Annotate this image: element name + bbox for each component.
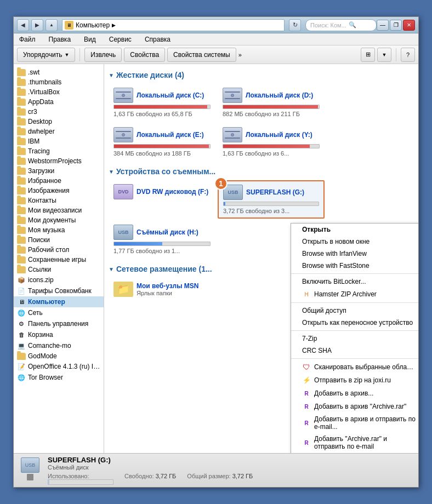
drive-e-progress-bg	[113, 144, 211, 148]
toolbar-separator-2	[396, 48, 396, 61]
drive-d[interactable]: Локальный диск (D:) 882 МБ свободно из 2…	[218, 84, 325, 121]
ctx-bitlocker[interactable]: Включить BitLocker...	[291, 276, 418, 288]
sidebar-item-dwhelper[interactable]: dwhelper	[14, 127, 104, 136]
drive-d-top: Локальный диск (D:)	[223, 88, 320, 103]
organize-arrow: ▼	[64, 52, 69, 58]
organize-button[interactable]: Упорядочить ▼	[17, 48, 75, 62]
properties-button[interactable]: Свойства	[124, 48, 165, 62]
sidebar-item-downloads[interactable]: Загрузки	[14, 166, 104, 176]
ctx-open-new-window[interactable]: Открыть в новом окне	[291, 236, 418, 248]
menu-view[interactable]: Вид	[82, 35, 98, 44]
sidebar-item-music[interactable]: Моя музыка	[14, 225, 104, 235]
sidebar-item-tracing[interactable]: Tracing	[14, 146, 104, 156]
menu-service[interactable]: Сервис	[107, 35, 134, 44]
sidebar-item-godmode[interactable]: GodMode	[14, 351, 104, 361]
drive-h[interactable]: USB Съёмный диск (H:) 1,77 ГБ свободно и…	[109, 221, 215, 258]
ctx-open[interactable]: Открыть	[291, 224, 418, 236]
sidebar-item-favorites[interactable]: Избранное	[14, 176, 104, 186]
window-controls: — ❐ ✕	[377, 20, 415, 31]
minimize-button[interactable]: —	[377, 20, 389, 31]
menu-file[interactable]: Файл	[17, 35, 38, 44]
folder-icon	[17, 158, 26, 165]
toolbar: Упорядочить ▼ Извлечь Свойства Свойства …	[14, 45, 418, 64]
sidebar-item-cr3[interactable]: cr3	[14, 107, 104, 117]
openoffice-icon: 📝	[17, 362, 26, 371]
close-button[interactable]: ✕	[403, 20, 415, 31]
drive-e[interactable]: Локальный диск (E:) 384 МБ свободно из 1…	[109, 123, 215, 161]
sidebar-item-torbrowser[interactable]: 🌐 Tor Browser	[14, 372, 104, 383]
menu-help[interactable]: Справка	[143, 35, 173, 44]
ctx-sep-1	[291, 273, 418, 274]
drive-y[interactable]: Локальный диск (Y:) 1,63 ГБ свободно из …	[218, 123, 325, 161]
sidebar-item-contacts[interactable]: Контакты	[14, 196, 104, 205]
drive-g-progress-fill	[224, 202, 225, 205]
ctx-hamster[interactable]: H Hamster ZIP Archiver	[291, 288, 418, 301]
ctx-joxi[interactable]: ⚡ Отправить в zip на joxi.ru	[291, 374, 418, 387]
drive-f-dvd[interactable]: DVD DVD RW дисковод (F:)	[109, 180, 215, 219]
view-toggle-button[interactable]: ⊞	[361, 48, 375, 62]
ctx-browse-irfan[interactable]: Browse with IrfanView	[291, 248, 418, 260]
sidebar-item-searches[interactable]: Поиски	[14, 235, 104, 245]
sidebar-item-computer[interactable]: 🖥 Компьютер	[14, 296, 104, 307]
sidebar-item-iconszip[interactable]: 📦 icons.zip	[14, 274, 104, 285]
menu-edit[interactable]: Правка	[47, 35, 73, 44]
ctx-scan[interactable]: 🛡 Сканировать выбранные области на налич…	[291, 360, 418, 374]
sidebar-item-ibm[interactable]: IBM	[14, 136, 104, 146]
sidebar-item-webstorm[interactable]: WebstormProjects	[14, 156, 104, 166]
forward-button[interactable]: ▶	[31, 19, 43, 31]
back-button[interactable]: ◀	[17, 19, 29, 31]
sidebar-item-tarifs[interactable]: 📄 Тарифы Совкомбанк	[14, 285, 104, 296]
sidebar-item-links[interactable]: Ссылки	[14, 265, 104, 274]
help-button[interactable]: ?	[401, 48, 415, 62]
usb-icon-h: USB	[113, 225, 133, 240]
sidebar-item-comanche[interactable]: 💻 Comanche-mo	[14, 340, 104, 351]
up-button[interactable]: ▲	[46, 19, 58, 31]
search-bar[interactable]: Поиск: Ком... 🔍	[305, 19, 377, 31]
folder-icon	[17, 353, 26, 360]
refresh-button[interactable]: ↻	[289, 19, 301, 31]
ctx-add-archive-email[interactable]: R Добавить "Archive.rar" и отправить по …	[291, 433, 418, 453]
rar-email-icon: R	[302, 419, 311, 427]
sidebar-item-controlpanel[interactable]: ⚙ Панель управления	[14, 318, 104, 329]
ctx-browse-faststone[interactable]: Browse with FastStone	[291, 260, 418, 272]
view-arrow-button[interactable]: ▼	[377, 48, 391, 62]
sidebar-item-swt[interactable]: .swt	[14, 67, 104, 77]
sidebar-item-appdata[interactable]: AppData	[14, 97, 104, 107]
sidebar-item-recycle[interactable]: 🗑 Корзина	[14, 329, 104, 340]
folder-icon	[17, 89, 26, 96]
more-toolbar-icon[interactable]: »	[238, 51, 242, 58]
network-msn[interactable]: 📁 Мои веб-узлы MSN Ярлык папки	[109, 278, 215, 301]
ctx-add-archive[interactable]: R Добавить в архив...	[291, 387, 418, 400]
drive-y-progress-fill	[223, 145, 310, 148]
folder-icon	[17, 237, 26, 244]
drive-c-progress-fill	[114, 105, 207, 108]
system-properties-button[interactable]: Свойства системы	[167, 48, 236, 62]
sidebar-item-openoffice[interactable]: 📝 OpenOffice 4.1.3 (ru) Ins...	[14, 361, 104, 372]
sidebar-item-thumbnails[interactable]: .thumbnails	[14, 77, 104, 87]
folder-icon	[17, 187, 26, 194]
ctx-portable[interactable]: Открыть как переносное устройство	[291, 317, 418, 329]
extract-button[interactable]: Извлечь	[84, 48, 122, 62]
sidebar-item-docs[interactable]: Мои документы	[14, 215, 104, 225]
maximize-button[interactable]: ❐	[390, 20, 402, 31]
sidebar-item-desktop[interactable]: Desktop	[14, 117, 104, 127]
hdd-stripe	[116, 91, 131, 93]
drive-c[interactable]: Локальный диск (C:) 1,63 ГБ свободно из …	[109, 84, 215, 121]
ctx-7zip[interactable]: 7-Zip	[291, 333, 418, 345]
badge-1: 1	[214, 177, 228, 190]
sidebar-item-desktop2[interactable]: Рабочий стол	[14, 245, 104, 255]
drive-g-superflash[interactable]: 1 USB SUPERFLASH (G:) 3,72 ГБ свободно и…	[218, 180, 325, 219]
sidebar-item-savedgames[interactable]: Сохраненные игры	[14, 255, 104, 265]
sidebar-item-videos[interactable]: Мои видеозаписи	[14, 205, 104, 215]
ctx-share[interactable]: Общий доступ	[291, 305, 418, 317]
ctx-add-archive-rar[interactable]: R Добавить в архив "Archive.rar"	[291, 400, 418, 413]
scan-icon: 🛡	[302, 363, 311, 371]
rar-icon2: R	[302, 402, 311, 411]
sidebar-item-images[interactable]: Изображения	[14, 186, 104, 196]
network-folder-icon: 📁	[113, 282, 133, 297]
ctx-crcsha[interactable]: CRC SHA	[291, 345, 418, 357]
sidebar-item-virtualbox[interactable]: .VirtualBox	[14, 87, 104, 97]
address-bar[interactable]: 🖥 Компьютер ▶	[62, 19, 285, 31]
ctx-add-email[interactable]: R Добавить в архив и отправить по e-mail…	[291, 413, 418, 433]
sidebar-item-network[interactable]: 🌐 Сеть	[14, 307, 104, 318]
